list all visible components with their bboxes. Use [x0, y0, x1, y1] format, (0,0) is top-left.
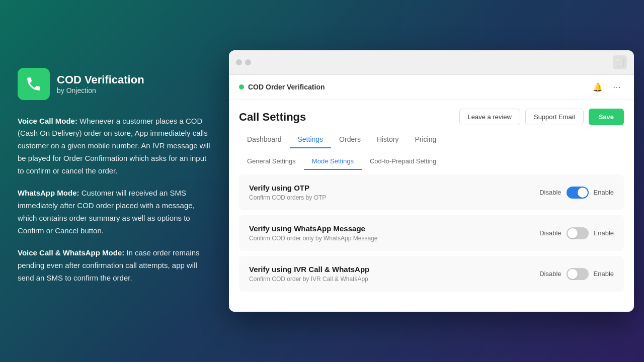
- otp-enable-label: Enable: [594, 189, 614, 196]
- app-header-bar: COD Order Verification 🔔 ⋯: [229, 75, 634, 100]
- whatsapp-disable-label: Disable: [539, 229, 561, 237]
- whatsapp-toggle[interactable]: [567, 227, 589, 239]
- brand-section: COD Verification by Onjection: [18, 68, 211, 100]
- ivr-disable-label: Disable: [539, 270, 561, 278]
- settings-item-whatsapp-desc: Confirm COD order only by WhatsApp Messa…: [249, 235, 377, 242]
- toggle-group-ivr: Disable Enable: [539, 268, 614, 280]
- app-brand: COD Order Verification: [239, 83, 325, 91]
- settings-item-ivr-desc: Confirm COD order by IVR Call & WhatsApp: [249, 276, 369, 283]
- settings-item-whatsapp-info: Verify using WhatsApp Message Confirm CO…: [249, 224, 377, 242]
- brand-subtitle: by Onjection: [57, 86, 144, 95]
- window-dots: [236, 59, 251, 65]
- leave-review-button[interactable]: Leave a review: [459, 109, 520, 125]
- settings-item-otp: Verify using OTP Confirm COD orders by O…: [239, 174, 624, 210]
- tab-orders[interactable]: Orders: [331, 131, 369, 148]
- app-brand-dot: [239, 84, 244, 89]
- tab-pricing[interactable]: Pricing: [407, 131, 444, 148]
- save-button[interactable]: Save: [589, 109, 624, 125]
- desc-voice-call: Voice Call Mode: Whenever a customer pla…: [18, 115, 211, 177]
- tab-settings[interactable]: Settings: [290, 131, 332, 148]
- desc-whatsapp: WhatsApp Mode: Customer will received an…: [18, 187, 211, 237]
- settings-item-ivr-info: Verify using IVR Call & WhatsApp Confirm…: [249, 265, 369, 283]
- ivr-toggle-thumb: [568, 269, 578, 279]
- main-tabs: Dashboard Settings Orders History Pricin…: [229, 125, 634, 148]
- page-title-area: Call Settings Leave a review Support Ema…: [229, 100, 634, 125]
- toggle-group-otp: Disable Enable: [539, 187, 614, 199]
- subtab-general-settings[interactable]: General Settings: [239, 153, 304, 170]
- maximize-icon: ⬜: [616, 58, 624, 66]
- subtab-mode-settings[interactable]: Mode Settings: [304, 153, 362, 170]
- toggle-group-whatsapp: Disable Enable: [539, 227, 614, 239]
- tab-history[interactable]: History: [369, 131, 407, 148]
- settings-item-ivr-title: Verify using IVR Call & WhatsApp: [249, 265, 369, 274]
- settings-item-whatsapp: Verify using WhatsApp Message Confirm CO…: [239, 215, 624, 251]
- window-titlebar: ⬜: [229, 50, 634, 75]
- settings-item-whatsapp-title: Verify using WhatsApp Message: [249, 224, 377, 233]
- page-title: Call Settings: [239, 111, 306, 124]
- settings-item-otp-title: Verify using OTP: [249, 184, 326, 192]
- settings-list: Verify using OTP Confirm COD orders by O…: [229, 169, 634, 302]
- app-brand-label: COD Order Verification: [248, 83, 325, 91]
- desc-combined: Voice Call & WhatsApp Mode: In case orde…: [18, 247, 211, 284]
- page-actions: Leave a review Support Email Save: [459, 109, 624, 125]
- description-section: Voice Call Mode: Whenever a customer pla…: [18, 115, 211, 285]
- ivr-enable-label: Enable: [594, 270, 614, 278]
- otp-toggle-thumb: [578, 188, 588, 198]
- settings-item-otp-info: Verify using OTP Confirm COD orders by O…: [249, 184, 326, 201]
- app-window: ⬜ COD Order Verification 🔔 ⋯ Call Settin…: [229, 50, 634, 312]
- window-maximize-button[interactable]: ⬜: [613, 55, 627, 69]
- bell-button[interactable]: 🔔: [591, 80, 605, 94]
- subtab-cod-prepaid[interactable]: Cod-to-Prepaid Setting: [362, 153, 444, 170]
- left-panel: COD Verification by Onjection Voice Call…: [0, 48, 229, 315]
- brand-title: COD Verification: [57, 73, 144, 86]
- brand-text: COD Verification by Onjection: [57, 73, 144, 95]
- bell-icon: 🔔: [593, 82, 603, 92]
- whatsapp-enable-label: Enable: [594, 229, 614, 237]
- dot-2: [245, 59, 251, 65]
- brand-icon: [18, 68, 50, 100]
- more-button[interactable]: ⋯: [610, 80, 624, 94]
- otp-toggle[interactable]: [567, 187, 589, 199]
- support-email-button[interactable]: Support Email: [525, 109, 584, 125]
- otp-disable-label: Disable: [539, 189, 561, 196]
- desc-combined-label: Voice Call & WhatsApp Mode:: [18, 248, 124, 257]
- app-content: COD Order Verification 🔔 ⋯ Call Settings…: [229, 75, 634, 312]
- desc-whatsapp-label: WhatsApp Mode:: [18, 189, 79, 197]
- settings-item-otp-desc: Confirm COD orders by OTP: [249, 194, 326, 201]
- dot-1: [236, 59, 242, 65]
- app-header-actions: 🔔 ⋯: [591, 80, 624, 94]
- settings-item-ivr: Verify using IVR Call & WhatsApp Confirm…: [239, 256, 624, 292]
- tab-dashboard[interactable]: Dashboard: [239, 131, 290, 148]
- whatsapp-toggle-thumb: [568, 228, 578, 238]
- more-icon: ⋯: [613, 82, 621, 92]
- ivr-toggle[interactable]: [567, 268, 589, 280]
- desc-voice-call-label: Voice Call Mode:: [18, 117, 77, 125]
- sub-tabs: General Settings Mode Settings Cod-to-Pr…: [229, 148, 634, 169]
